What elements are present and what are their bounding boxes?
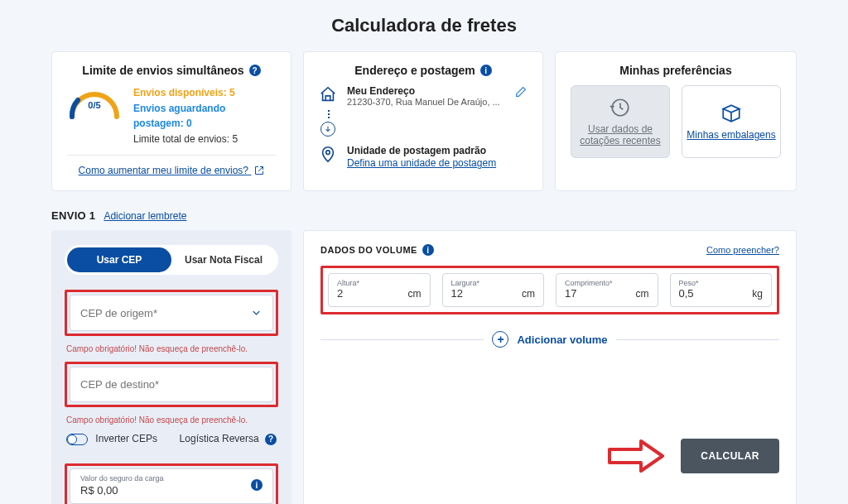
largura-input[interactable] bbox=[451, 287, 493, 300]
card-address: Endereço e postagem i Meu Endereço 21230… bbox=[303, 51, 543, 191]
edit-icon[interactable] bbox=[514, 85, 528, 101]
summary-cards: Limite de envios simultâneos ? 0/5 Envio… bbox=[51, 51, 797, 191]
cep-dest-field[interactable] bbox=[70, 367, 273, 402]
peso-unit: kg bbox=[752, 288, 763, 300]
add-volume-button[interactable]: + Adicionar volume bbox=[320, 331, 779, 348]
source-toggle: Usar CEP Usar Nota Fiscal bbox=[65, 245, 278, 275]
plus-icon: + bbox=[492, 331, 508, 348]
limit-waiting: Envios aguardando postagem: 0 bbox=[133, 101, 276, 132]
card-preferences: Minhas preferências Usar dados de cotaçõ… bbox=[555, 51, 797, 191]
cep-dest-error: Campo obrigatório! Não esqueça de preenc… bbox=[66, 415, 277, 425]
comprimento-unit: cm bbox=[636, 288, 649, 300]
card-limits-title: Limite de envios simultâneos bbox=[82, 64, 243, 77]
peso-input[interactable] bbox=[679, 287, 720, 300]
tab-use-cep[interactable]: Usar CEP bbox=[67, 247, 171, 272]
largura-label: Largura* bbox=[451, 279, 536, 287]
peso-field[interactable]: Peso* kg bbox=[670, 273, 773, 307]
gauge-value: 0/5 bbox=[67, 100, 122, 110]
insurance-label: Valor do seguro da carga bbox=[80, 474, 163, 482]
my-address-label: Meu Endereço bbox=[347, 85, 504, 97]
cep-origin-error: Campo obrigatório! Não esqueça de preenc… bbox=[66, 344, 277, 353]
altura-label: Altura* bbox=[337, 279, 422, 287]
peso-label: Peso* bbox=[679, 279, 764, 287]
envio-label: ENVIO 1 bbox=[51, 209, 95, 222]
calculate-button[interactable]: CALCULAR bbox=[681, 439, 779, 473]
card-limits: Limite de envios simultâneos ? 0/5 Envio… bbox=[51, 51, 292, 191]
box-icon bbox=[720, 103, 742, 124]
altura-input[interactable] bbox=[337, 287, 378, 300]
info-icon[interactable]: i bbox=[251, 479, 263, 491]
cep-origin-field[interactable] bbox=[70, 295, 273, 331]
info-icon[interactable]: i bbox=[422, 244, 434, 256]
recent-quotes-button[interactable]: Usar dados de cotações recentes bbox=[571, 85, 670, 158]
how-to-fill-link[interactable]: Como preencher? bbox=[706, 245, 779, 255]
invert-ceps-toggle[interactable]: Inverter CEPs bbox=[66, 433, 157, 445]
info-icon[interactable]: ? bbox=[249, 65, 261, 76]
comprimento-input[interactable] bbox=[565, 287, 606, 300]
card-preferences-title: Minhas preferências bbox=[571, 64, 781, 77]
altura-unit: cm bbox=[408, 288, 422, 300]
altura-field[interactable]: Altura* cm bbox=[328, 273, 431, 307]
insurance-field[interactable]: Valor do seguro da carga R$ 0,00 i bbox=[70, 468, 273, 504]
limit-total: Limite total de envios: 5 bbox=[133, 132, 276, 147]
history-icon bbox=[610, 97, 631, 118]
comprimento-label: Comprimento* bbox=[565, 279, 649, 287]
increase-limit-link[interactable]: Como aumentar meu limite de envios? bbox=[79, 165, 265, 176]
my-address-value: 21230-370, Rua Manuel De Araújo, ... bbox=[347, 97, 504, 107]
down-arrow-icon bbox=[320, 122, 335, 137]
add-reminder-link[interactable]: Adicionar lembrete bbox=[104, 210, 186, 222]
annotation-box bbox=[65, 362, 278, 407]
home-icon bbox=[319, 85, 337, 103]
annotation-box: Valor do seguro da carga R$ 0,00 i bbox=[65, 463, 278, 504]
volume-title: DADOS DO VOLUME bbox=[320, 245, 417, 255]
chevron-down-icon[interactable] bbox=[250, 306, 263, 319]
info-icon[interactable]: i bbox=[480, 65, 492, 76]
annotation-arrow-icon bbox=[608, 439, 666, 473]
annotation-box: Altura* cm Largura* cm bbox=[320, 266, 779, 314]
largura-field[interactable]: Largura* cm bbox=[442, 273, 545, 307]
card-address-title: Endereço e postagem bbox=[354, 64, 475, 77]
left-panel: Usar CEP Usar Nota Fiscal Campo obrigató… bbox=[51, 230, 292, 504]
my-packages-button[interactable]: Minhas embalagens bbox=[682, 85, 781, 158]
limit-available: Envios disponíveis: 5 bbox=[133, 85, 276, 101]
gauge-icon: 0/5 bbox=[67, 85, 122, 120]
info-icon[interactable]: ? bbox=[265, 434, 277, 445]
post-unit-label: Unidade de postagem padrão bbox=[347, 145, 496, 156]
right-panel: DADOS DO VOLUME i Como preencher? Altura… bbox=[303, 230, 797, 504]
pin-icon bbox=[319, 145, 337, 163]
page-title: Calculadora de fretes bbox=[51, 15, 797, 36]
svg-point-0 bbox=[326, 151, 330, 155]
cep-dest-input[interactable] bbox=[80, 378, 263, 391]
reverse-logistics-label: Logística Reversa bbox=[180, 433, 259, 444]
largura-unit: cm bbox=[522, 288, 535, 300]
comprimento-field[interactable]: Comprimento* cm bbox=[556, 273, 658, 307]
tab-use-nf[interactable]: Usar Nota Fiscal bbox=[171, 247, 276, 272]
dotted-connector-icon bbox=[328, 110, 528, 118]
cep-origin-input[interactable] bbox=[80, 307, 250, 319]
insurance-value: R$ 0,00 bbox=[80, 484, 163, 497]
annotation-box bbox=[65, 290, 278, 336]
switch-icon[interactable] bbox=[66, 434, 88, 445]
define-post-unit-link[interactable]: Defina uma unidade de postagem bbox=[347, 157, 496, 169]
